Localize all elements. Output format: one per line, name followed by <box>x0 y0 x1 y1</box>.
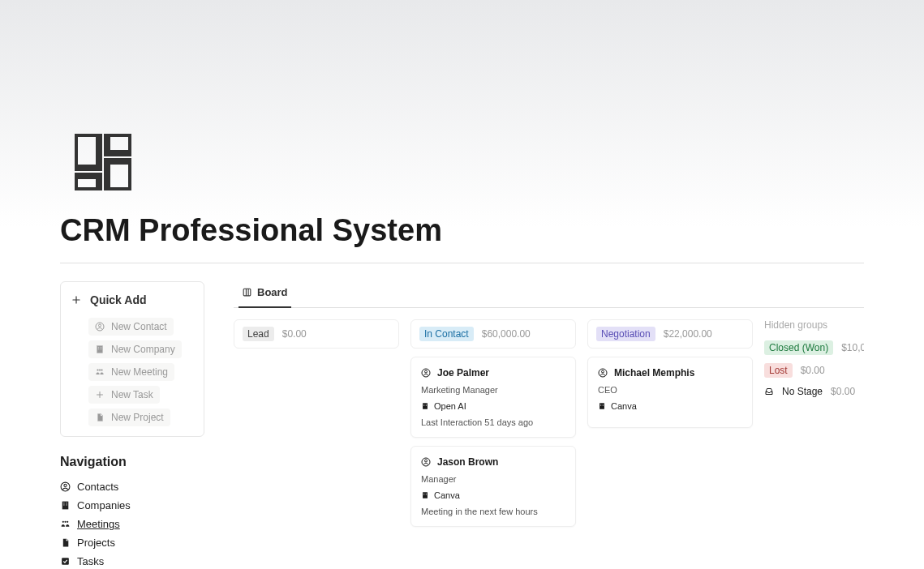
hidden-amount: $0.00 <box>801 365 825 376</box>
building-icon <box>60 500 71 511</box>
column-amount: $22,000.00 <box>664 328 712 340</box>
card-name: Michael Memphis <box>614 367 694 379</box>
hidden-amount: $0.00 <box>831 386 855 397</box>
hidden-group-no-stage[interactable]: No Stage $0.00 <box>764 386 864 397</box>
building-icon <box>95 344 105 354</box>
plus-icon <box>95 390 105 400</box>
quick-add-new-project[interactable]: New Project <box>88 409 170 426</box>
card-note: Meeting in the next few hours <box>421 507 565 516</box>
quick-add-panel: Quick Add New Contact New Company New Me… <box>60 281 204 437</box>
stage-tag-in-contact: In Contact <box>419 327 474 341</box>
document-icon <box>60 537 71 548</box>
checkbox-icon <box>60 556 71 567</box>
column-amount: $0.00 <box>282 328 307 340</box>
nav-tasks[interactable]: Tasks <box>60 555 204 567</box>
meeting-icon <box>60 519 71 529</box>
svg-rect-12 <box>75 134 99 168</box>
contact-card[interactable]: Jason Brown Manager Canva Meeting in the… <box>410 446 576 527</box>
quick-add-label: New Company <box>111 344 175 355</box>
nav-label: Tasks <box>77 555 104 567</box>
quick-add-new-company[interactable]: New Company <box>88 340 182 358</box>
card-name: Joe Palmer <box>437 367 489 379</box>
contact-card[interactable]: Joe Palmer Marketing Manager Open AI Las… <box>410 357 576 438</box>
page-title: CRM Professional System <box>60 213 864 248</box>
building-icon <box>598 402 606 410</box>
building-icon <box>421 402 429 410</box>
nav-label: Contacts <box>77 481 118 493</box>
quick-add-new-task[interactable]: New Task <box>88 386 160 404</box>
person-icon <box>598 368 608 378</box>
quick-add-label: New Project <box>111 412 164 423</box>
stage-tag-none: No Stage <box>782 386 823 397</box>
column-lead: Lead $0.00 <box>234 319 399 535</box>
building-icon <box>421 491 429 499</box>
person-icon <box>95 322 105 332</box>
quick-add-label: New Meeting <box>111 366 168 378</box>
contact-card[interactable]: Michael Memphis CEO Canva <box>587 357 753 428</box>
person-icon <box>60 481 71 492</box>
nav-label: Meetings <box>77 518 120 530</box>
card-company: Canva <box>611 401 637 411</box>
svg-rect-15 <box>107 161 131 190</box>
quick-add-label: New Contact <box>111 321 167 332</box>
column-in-contact: In Contact $60,000.00 Joe Palmer Marketi… <box>410 319 576 535</box>
nav-projects[interactable]: Projects <box>60 537 204 549</box>
card-company: Open AI <box>434 401 466 411</box>
stage-tag-lost: Lost <box>764 363 793 378</box>
card-note: Last Interaction 51 days ago <box>421 417 565 427</box>
stage-tag-lead: Lead <box>243 327 274 341</box>
card-role: CEO <box>598 385 742 395</box>
quick-add-label: New Task <box>111 389 153 400</box>
plus-icon <box>71 294 82 306</box>
column-header-in-contact[interactable]: In Contact $60,000.00 <box>410 319 576 349</box>
nav-companies[interactable]: Companies <box>60 499 204 511</box>
navigation-heading: Navigation <box>60 455 204 469</box>
tab-label: Board <box>257 286 288 298</box>
person-icon <box>421 368 431 378</box>
nav-contacts[interactable]: Contacts <box>60 481 204 493</box>
nav-label: Companies <box>77 499 131 511</box>
meeting-icon <box>95 367 105 377</box>
hidden-group-won[interactable]: Closed (Won) $10,000 <box>764 340 864 355</box>
board-icon <box>242 287 252 297</box>
svg-rect-14 <box>75 176 99 190</box>
hidden-amount: $10,000 <box>841 342 864 353</box>
card-role: Marketing Manager <box>421 385 565 395</box>
column-amount: $60,000.00 <box>482 328 531 340</box>
svg-rect-13 <box>107 134 131 153</box>
divider <box>60 263 864 263</box>
dashboard-logo-icon <box>75 134 131 190</box>
card-company: Canva <box>434 490 460 500</box>
hidden-groups: Hidden groups Closed (Won) $10,000 Lost … <box>764 319 864 535</box>
column-negotiation: Negotiation $22,000.00 Michael Memphis C… <box>587 319 753 535</box>
card-name: Jason Brown <box>437 456 498 468</box>
quick-add-new-contact[interactable]: New Contact <box>88 318 174 336</box>
column-header-negotiation[interactable]: Negotiation $22,000.00 <box>587 319 753 349</box>
quick-add-heading: Quick Add <box>71 293 194 306</box>
inbox-icon <box>764 387 774 396</box>
stage-tag-negotiation: Negotiation <box>596 327 655 341</box>
person-icon <box>421 457 431 467</box>
stage-tag-won: Closed (Won) <box>764 340 833 355</box>
document-icon <box>95 413 105 422</box>
column-header-lead[interactable]: Lead $0.00 <box>234 319 399 349</box>
nav-label: Projects <box>77 537 115 549</box>
quick-add-new-meeting[interactable]: New Meeting <box>88 363 174 381</box>
quick-add-title-text: Quick Add <box>90 293 147 306</box>
tab-board[interactable]: Board <box>239 281 291 308</box>
nav-meetings[interactable]: Meetings <box>60 518 204 530</box>
card-role: Manager <box>421 474 565 484</box>
hidden-groups-title: Hidden groups <box>764 319 864 331</box>
hidden-group-lost[interactable]: Lost $0.00 <box>764 363 864 378</box>
